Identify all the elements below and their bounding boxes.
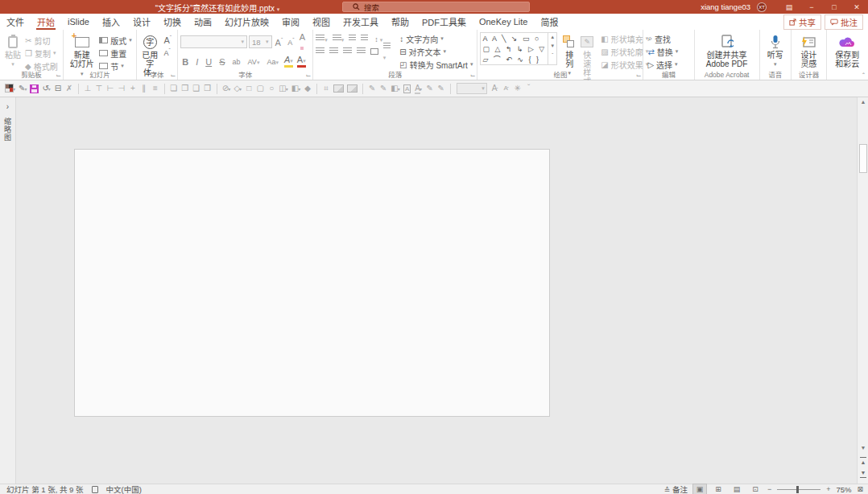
- strikethrough-button[interactable]: S: [217, 57, 226, 67]
- slide-sorter-view-button[interactable]: ⊞: [712, 484, 725, 494]
- rounded-rectangle-tool-button[interactable]: ▢: [254, 80, 266, 97]
- align-text-button[interactable]: ⊟对齐文本▾: [398, 45, 474, 58]
- font-dialog-launcher[interactable]: ⌙: [306, 72, 312, 79]
- tab-insert[interactable]: 插入: [96, 14, 126, 30]
- columns-dropdown-button[interactable]: ▾: [383, 42, 391, 61]
- bring-to-front-button[interactable]: ❏: [168, 80, 180, 97]
- decrease-indent-button[interactable]: [349, 34, 356, 43]
- bring-forward-button[interactable]: ❑: [191, 80, 202, 97]
- justify-button[interactable]: [357, 47, 366, 56]
- change-case-button[interactable]: Aa▾: [265, 58, 280, 66]
- font-color-qat-button[interactable]: A▾: [413, 80, 424, 97]
- select-button[interactable]: ▷选择▾: [646, 58, 680, 71]
- maximize-button[interactable]: □: [823, 0, 845, 14]
- pen-alt-button[interactable]: ✎: [378, 80, 389, 97]
- previous-slide-button[interactable]: ▲: [858, 456, 868, 466]
- distribute-horizontal-button[interactable]: ∥: [138, 80, 150, 97]
- paste-button[interactable]: 粘贴 ▾: [2, 32, 23, 69]
- gallery-more-icon[interactable]: ˇ: [548, 51, 556, 60]
- highlighter-button[interactable]: ◧▾: [389, 80, 401, 97]
- accessibility-icon[interactable]: [92, 486, 98, 493]
- title-dropdown-icon[interactable]: ▾: [277, 6, 280, 12]
- dictate-button[interactable]: 听写 ▾: [765, 32, 786, 69]
- tab-view[interactable]: 视图: [306, 14, 337, 30]
- text-box-button[interactable]: A: [402, 80, 413, 97]
- format-painter-qat-button[interactable]: ◆: [302, 80, 313, 97]
- tab-developer[interactable]: 开发工具: [337, 14, 385, 30]
- comments-button[interactable]: 批注: [825, 14, 863, 30]
- zoom-slider[interactable]: [777, 489, 820, 490]
- oval-tool-button[interactable]: ○: [266, 80, 277, 97]
- shapes-gallery[interactable]: A A ╲ ↘ ▭ ○ ▢ △ ↰ ↳ ▷ ▽ ▱ ⌒ ↶ ∿ { }: [480, 32, 548, 65]
- search-box[interactable]: 搜索: [342, 2, 530, 12]
- scroll-down-arrow[interactable]: ▼: [858, 445, 868, 451]
- align-right-objects-button[interactable]: ⊣: [116, 80, 127, 97]
- reset-button[interactable]: 重置: [97, 47, 134, 60]
- shape-fill-qat-button[interactable]: ◧▾: [290, 80, 302, 97]
- gallery-scroll-down-icon[interactable]: ▼: [548, 42, 556, 51]
- share-button[interactable]: 共享: [783, 14, 821, 30]
- crop-button[interactable]: ⌗: [320, 80, 332, 97]
- align-center-button[interactable]: [329, 47, 338, 56]
- shape-outline-button[interactable]: ▨形状轮廓▾: [599, 45, 650, 58]
- align-top-button[interactable]: ⊤: [93, 80, 105, 97]
- bold-button[interactable]: B: [180, 57, 190, 67]
- copy-button[interactable]: ❐复制▾: [23, 47, 60, 60]
- thumbnail-pane-collapsed[interactable]: › 缩略图: [0, 97, 16, 484]
- eyedropper-button[interactable]: ✎: [424, 80, 436, 97]
- normal-view-button[interactable]: ▣: [693, 484, 706, 494]
- edit-shape-button[interactable]: ◇▾: [232, 80, 243, 97]
- increase-indent-button[interactable]: [361, 34, 368, 43]
- islide-shrink-font-button[interactable]: Aˇ: [161, 46, 176, 59]
- text-shadow-button[interactable]: ab: [231, 58, 242, 66]
- shape-effects-button[interactable]: ◪形状效果▾: [599, 58, 650, 71]
- distribute-vertical-button[interactable]: ≡: [150, 80, 161, 97]
- tab-slideshow[interactable]: 幻灯片放映: [218, 14, 275, 30]
- zoom-level[interactable]: 75%: [836, 485, 851, 494]
- align-left-button[interactable]: [316, 47, 324, 56]
- scrollbar-thumb[interactable]: [859, 144, 867, 173]
- theme-colors-button[interactable]: ▾: [3, 80, 17, 97]
- change-picture-button[interactable]: [345, 80, 359, 97]
- save-button[interactable]: [28, 80, 40, 97]
- bullets-button[interactable]: ▾: [316, 34, 328, 43]
- tab-transitions[interactable]: 切换: [157, 14, 188, 30]
- pen-button[interactable]: ✎: [366, 80, 378, 97]
- vertical-scrollbar[interactable]: ▲ ▼ ▲ ▼: [857, 97, 868, 484]
- tab-briefing[interactable]: 简报: [534, 14, 564, 30]
- next-slide-button[interactable]: ▼: [858, 469, 868, 479]
- line-spacing-button[interactable]: ↕▾: [373, 34, 382, 43]
- layout-button[interactable]: 版式▾: [97, 34, 134, 47]
- send-to-back-button[interactable]: ❐: [180, 80, 191, 97]
- shrink-font-button[interactable]: Aˇ: [286, 37, 296, 47]
- expand-thumbnails-icon[interactable]: ›: [6, 102, 9, 111]
- delete-button[interactable]: ✗: [64, 80, 75, 97]
- shapes-row-3[interactable]: ▱ ⌒ ↶ ∿ { }: [482, 54, 546, 64]
- align-center-objects-button[interactable]: +: [127, 80, 138, 97]
- user-name[interactable]: xiang tiange03: [701, 2, 750, 11]
- design-ideas-button[interactable]: 设计 灵感: [798, 32, 819, 69]
- slide-canvas[interactable]: [74, 149, 550, 417]
- qat-grow-font-button[interactable]: Aˆ: [490, 80, 501, 97]
- more-shapes-button[interactable]: ◫▾: [277, 80, 289, 97]
- italic-button[interactable]: I: [194, 57, 200, 67]
- eyedropper-alt-button[interactable]: ✎: [436, 80, 447, 97]
- avatar[interactable]: XT: [757, 2, 767, 12]
- language-indicator[interactable]: 中文(中国): [106, 484, 142, 494]
- align-bottom-button[interactable]: ⊥: [82, 80, 93, 97]
- save-to-caiyun-button[interactable]: 保存到 和彩云: [833, 32, 862, 69]
- qat-font-combo[interactable]: ▾: [457, 83, 487, 94]
- send-backward-button[interactable]: ❒: [202, 80, 213, 97]
- insert-picture-button[interactable]: [332, 80, 345, 97]
- cut-button[interactable]: ✂剪切: [23, 34, 60, 47]
- tab-file[interactable]: 文件: [0, 14, 31, 30]
- shapes-row-1[interactable]: A A ╲ ↘ ▭ ○: [482, 35, 546, 43]
- qat-shrink-font-button[interactable]: Aˇ: [501, 80, 512, 97]
- find-button[interactable]: ⌕查找: [646, 32, 680, 45]
- collapse-ribbon-button[interactable]: ˆ: [862, 72, 865, 79]
- qat-settings-button[interactable]: ✳: [512, 80, 523, 97]
- rectangle-tool-button[interactable]: □: [243, 80, 254, 97]
- shapes-row-2[interactable]: ▢ △ ↰ ↳ ▷ ▽: [482, 45, 546, 53]
- tab-animations[interactable]: 动画: [188, 14, 218, 30]
- notes-button[interactable]: ≙ 备注: [664, 484, 688, 494]
